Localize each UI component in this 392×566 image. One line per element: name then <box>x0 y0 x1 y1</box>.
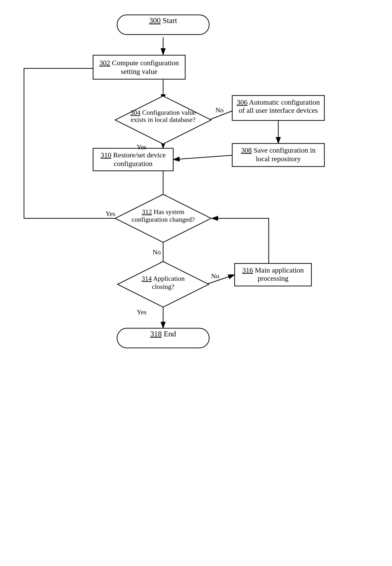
svg-text:308
         Save configuratio: 308 Save configuration in <box>241 146 316 154</box>
svg-text:exists in local database?: exists in local database? <box>131 116 196 123</box>
svg-text:306
         Automatic configu: 306 Automatic configuration <box>237 98 320 106</box>
svg-text:local repository: local repository <box>256 155 301 163</box>
node-310-restore-config: 310 Restore/set device configuration <box>93 148 173 171</box>
svg-text:304
         Configuration val: 304 Configuration value <box>130 109 196 116</box>
label-304-yes: Yes <box>137 143 147 151</box>
svg-line-9 <box>206 275 235 284</box>
svg-line-5 <box>173 155 239 159</box>
node-318-end: 318 End <box>117 328 209 348</box>
label-314-yes: Yes <box>137 308 147 316</box>
svg-text:setting value: setting value <box>121 67 157 75</box>
svg-text:302
         Compute configura: 302 Compute configuration <box>99 59 179 67</box>
node-300-start: 300 Start <box>117 15 209 35</box>
svg-text:316
         Main application: 316 Main application <box>242 266 304 274</box>
svg-text:closing?: closing? <box>152 283 174 290</box>
node-302-compute: 302 Compute configuration setting value <box>93 55 185 79</box>
svg-text:300
         Start: 300 Start <box>149 16 177 25</box>
label-304-no: No <box>215 106 224 114</box>
svg-text:310
         Restore/set devic: 310 Restore/set device <box>100 151 166 159</box>
node-304-decision: 304 Configuration value exists in local … <box>115 96 211 144</box>
label-312-no: No <box>153 248 161 256</box>
flowchart-diagram: 300 Start 302 Compute configuration sett… <box>0 0 392 566</box>
label-312-yes: Yes <box>106 210 115 217</box>
svg-text:318
         End: 318 End <box>150 329 176 338</box>
node-314-decision: 314 Application closing? <box>118 262 209 307</box>
node-312-decision: 312 Has system configuration changed? <box>115 194 211 242</box>
node-316-main-processing: 316 Main application processing <box>235 263 311 286</box>
svg-text:314
         Application: 314 Application <box>141 275 185 282</box>
node-306-auto-config: 306 Automatic configuration of all user … <box>232 96 324 120</box>
node-308-save-config: 308 Save configuration in local reposito… <box>232 143 324 167</box>
svg-text:configuration changed?: configuration changed? <box>131 216 195 223</box>
svg-text:of all user interface devices: of all user interface devices <box>239 106 318 114</box>
svg-text:312
         Has system: 312 Has system <box>142 208 184 215</box>
svg-text:configuration: configuration <box>114 159 153 168</box>
svg-text:processing: processing <box>258 274 288 282</box>
label-314-no: No <box>211 272 219 280</box>
